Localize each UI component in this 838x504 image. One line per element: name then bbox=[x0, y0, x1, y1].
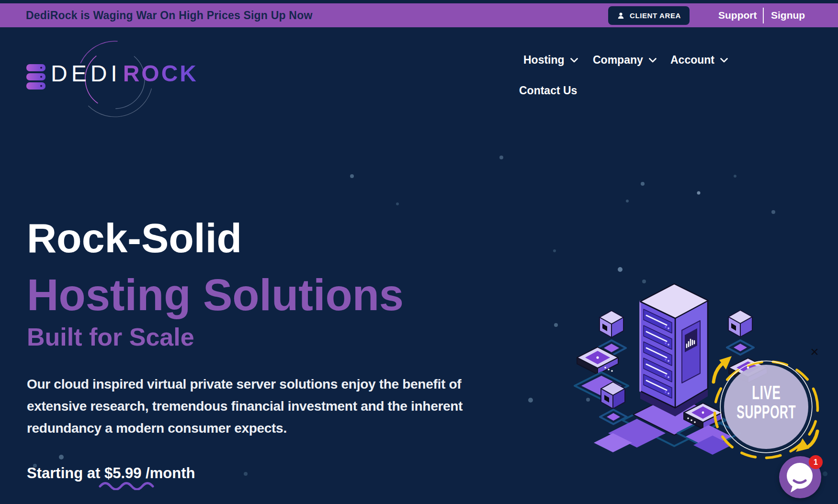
announcement-link[interactable]: DediRock is Waging War On High Prices Si… bbox=[26, 3, 313, 27]
pricing-suffix: /month bbox=[141, 465, 195, 482]
server-tower bbox=[640, 284, 708, 416]
nav-label: Account bbox=[670, 54, 714, 67]
logo-word-rock: ROCK bbox=[123, 61, 198, 86]
close-icon[interactable]: × bbox=[807, 345, 822, 359]
logo-wordmark: DEDIROCK bbox=[51, 60, 198, 88]
nav-item-account[interactable]: Account bbox=[670, 54, 728, 67]
chevron-down-icon bbox=[649, 58, 657, 63]
server-node-icon bbox=[684, 403, 722, 429]
pricing-line: Starting at $5.99 /month bbox=[27, 465, 195, 482]
arrow-up-icon bbox=[713, 356, 732, 382]
logo[interactable]: DEDIROCK bbox=[26, 27, 227, 112]
client-area-button[interactable]: CLIENT AREA bbox=[608, 6, 690, 25]
hero-description: Our cloud inspired virtual private serve… bbox=[27, 373, 534, 439]
signup-link[interactable]: Signup bbox=[771, 3, 805, 27]
database-icon bbox=[26, 64, 45, 90]
nav-label: Company bbox=[593, 54, 643, 67]
pricing-prefix: Starting at bbox=[27, 465, 104, 482]
live-support-line1: LIVE bbox=[736, 382, 796, 403]
hero-title-line2: Hosting Solutions bbox=[27, 272, 404, 318]
logo-word-dedi: DEDI bbox=[51, 61, 121, 86]
live-support-badge[interactable]: LIVE SUPPORT bbox=[724, 365, 808, 449]
site-header: DEDIROCK Hosting Company Account Contact… bbox=[0, 27, 838, 112]
hero-subtitle: Built for Scale bbox=[27, 324, 194, 350]
user-icon bbox=[617, 11, 625, 20]
nav-item-hosting[interactable]: Hosting bbox=[523, 54, 578, 67]
nav-label: Contact Us bbox=[519, 84, 577, 97]
chevron-down-icon bbox=[720, 58, 728, 63]
server-bays bbox=[644, 309, 672, 398]
chevron-down-icon bbox=[570, 58, 578, 63]
hero-title-line1: Rock-Solid bbox=[27, 216, 242, 259]
price-amount: $5.99 bbox=[104, 465, 142, 482]
chat-unread-badge: 1 bbox=[809, 455, 823, 469]
chat-launcher-button[interactable]: 1 bbox=[779, 456, 821, 498]
client-area-label: CLIENT AREA bbox=[630, 11, 681, 20]
cube-icon bbox=[600, 311, 623, 337]
announcement-bar: DediRock is Waging War On High Prices Si… bbox=[0, 3, 838, 27]
server-node-icon bbox=[577, 347, 618, 374]
support-link[interactable]: Support bbox=[718, 3, 757, 27]
nav-item-contact-us[interactable]: Contact Us bbox=[519, 84, 577, 97]
nav-item-company[interactable]: Company bbox=[593, 54, 657, 67]
topbar-divider bbox=[763, 8, 764, 23]
live-support-line2: SUPPORT bbox=[736, 403, 796, 422]
price-underline-squiggle bbox=[98, 481, 155, 490]
cube-icon bbox=[601, 382, 625, 409]
live-support-text: LIVE SUPPORT bbox=[736, 382, 796, 422]
cube-icon bbox=[728, 310, 752, 337]
nav-label: Hosting bbox=[523, 54, 565, 67]
